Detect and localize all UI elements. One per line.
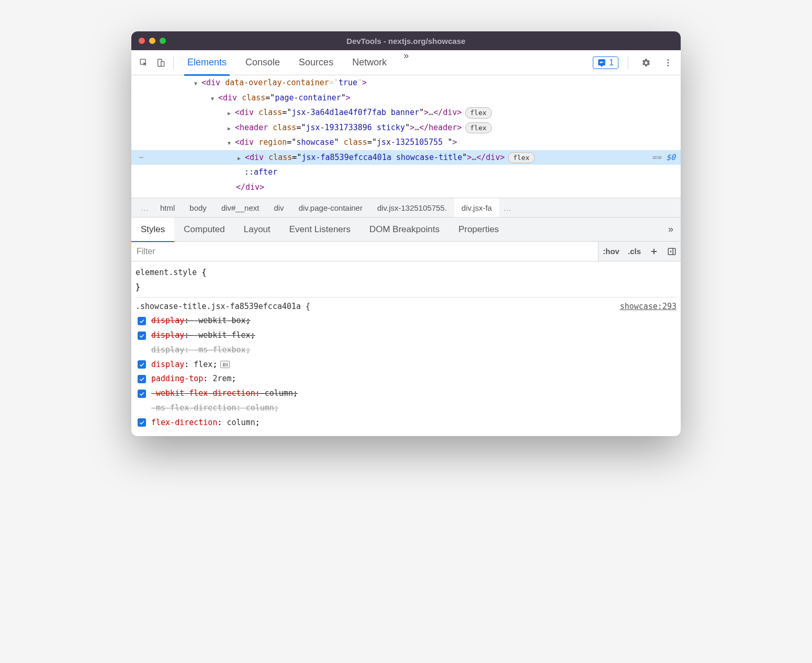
property-value[interactable]: -webkit-box [194,316,245,325]
main-tabs: Elements Console Sources Network » [178,50,416,75]
dom-node-pseudo[interactable]: ::after [131,165,681,180]
css-property[interactable]: flex-direction: column; [136,416,676,430]
new-style-rule-icon[interactable] [645,242,663,261]
property-name[interactable]: display [151,360,184,369]
flex-badge[interactable]: flex [465,107,492,119]
flex-badge[interactable]: flex [465,122,492,134]
property-name[interactable]: -webkit-flex-direction [151,388,255,398]
flex-badge[interactable]: flex [508,152,535,164]
dom-node[interactable]: <div region="showcase" class="jsx-132510… [131,135,681,150]
property-enable-checkbox[interactable] [138,390,146,398]
issues-button[interactable]: 1 [593,56,618,69]
breadcrumb-item[interactable]: div [266,198,291,217]
window-title: DevTools - nextjs.org/showcase [131,37,681,45]
css-property[interactable]: -ms-flex-direction: column; [136,401,676,416]
property-enable-checkbox[interactable] [138,332,146,340]
dom-node[interactable]: <header class="jsx-1931733896 sticky">…<… [131,120,681,135]
breadcrumb-item[interactable]: body [182,198,214,217]
issues-count: 1 [609,58,614,67]
css-property[interactable]: display: -webkit-flex; [136,328,676,343]
svg-point-5 [668,64,669,66]
dom-node[interactable]: <div class="page-container"> [131,90,681,106]
subtab-layout[interactable]: Layout [234,218,280,242]
breadcrumb-item[interactable]: html [153,198,182,217]
style-rule-element-style[interactable]: element.style { } [136,266,676,295]
styles-filter-input[interactable] [131,247,598,256]
dom-node[interactable]: <div class="jsx-3a64d1ae4f0f7fab banner"… [131,105,681,120]
console-reference: == $0 [644,150,675,165]
subtab-event-listeners[interactable]: Event Listeners [280,218,360,242]
property-value[interactable]: flex [194,360,212,369]
property-value[interactable]: column [265,388,293,398]
property-name[interactable]: display [151,330,184,340]
css-property[interactable]: display: -webkit-box; [136,314,676,328]
main-toolbar: Elements Console Sources Network » 1 [131,50,681,75]
property-name[interactable]: flex-direction [151,418,217,427]
property-enable-checkbox[interactable] [138,375,146,383]
breadcrumb-overflow-left[interactable]: … [137,203,153,212]
devtools-window: DevTools - nextjs.org/showcase Elements … [131,31,681,436]
source-link[interactable]: showcase:293 [620,300,676,314]
property-value[interactable]: 2rem [212,374,231,383]
subtabs-overflow[interactable]: » [661,224,681,235]
dom-node-close[interactable]: </div> [131,180,681,195]
subtab-properties[interactable]: Properties [449,218,508,242]
tab-network[interactable]: Network [343,50,396,75]
separator [173,56,174,70]
styles-filter-row: :hov .cls [131,242,681,261]
titlebar[interactable]: DevTools - nextjs.org/showcase [131,31,681,50]
cls-toggle[interactable]: .cls [624,242,645,261]
tab-elements[interactable]: Elements [178,50,236,75]
device-toolbar-icon[interactable] [152,54,169,71]
css-property[interactable]: -webkit-flex-direction: column; [136,386,676,401]
subtab-computed[interactable]: Computed [174,218,234,242]
property-name[interactable]: display [151,345,184,355]
style-rule-showcase-title[interactable]: showcase:293 .showcase-title.jsx-fa8539e… [136,297,676,430]
tabs-overflow[interactable]: » [396,50,416,75]
breadcrumb-item[interactable]: div.page-container [291,198,370,217]
subtab-styles[interactable]: Styles [131,218,174,242]
property-name[interactable]: padding-top [151,374,203,383]
styles-panel[interactable]: element.style { } showcase:293 .showcase… [131,261,681,436]
tab-console[interactable]: Console [236,50,289,75]
css-property[interactable]: padding-top: 2rem; [136,372,676,386]
property-name[interactable]: display [151,316,184,325]
breadcrumb-item-active[interactable]: div.jsx-fa [454,198,499,217]
property-value[interactable]: column [227,418,255,427]
svg-rect-2 [161,61,164,66]
dom-node[interactable]: <div data-overlay-container="true"> [131,75,681,90]
separator [628,56,628,70]
inspect-element-icon[interactable] [136,54,152,71]
subtab-dom-breakpoints[interactable]: DOM Breakpoints [360,218,449,242]
property-value[interactable]: -webkit-flex [194,330,250,340]
property-enable-checkbox[interactable] [138,317,146,325]
elements-panel[interactable]: <div data-overlay-container="true"> <div… [131,75,681,198]
flexbox-editor-icon[interactable] [220,361,230,368]
property-value[interactable]: -ms-flexbox [194,345,245,355]
dom-node-selected[interactable]: ⋯ <div class="jsx-fa8539efcca401a showca… [131,150,681,165]
tab-sources[interactable]: Sources [289,50,343,75]
dom-breadcrumb[interactable]: … html body div#__next div div.page-cont… [131,198,681,218]
svg-point-3 [668,59,669,61]
rule-selector[interactable]: .showcase-title.jsx-fa8539efcca401a { [136,302,310,311]
breadcrumb-overflow-right[interactable]: … [499,203,515,212]
hov-toggle[interactable]: :hov [599,242,624,261]
css-property[interactable]: display: flex; [136,358,676,372]
sub-tabs: Styles Computed Layout Event Listeners D… [131,218,681,242]
property-name[interactable]: -ms-flex-direction [151,403,236,413]
property-enable-checkbox[interactable] [138,418,146,427]
node-actions-ellipsis[interactable]: ⋯ [137,150,146,165]
computed-sidebar-toggle-icon[interactable] [663,242,681,261]
settings-gear-icon[interactable] [638,54,655,71]
property-value[interactable]: column [246,403,274,413]
breadcrumb-item[interactable]: div.jsx-1325105755. [370,198,454,217]
svg-point-4 [668,62,669,63]
property-enable-checkbox[interactable] [138,360,146,369]
breadcrumb-item[interactable]: div#__next [214,198,267,217]
kebab-menu-icon[interactable] [660,54,676,71]
css-property[interactable]: display: -ms-flexbox; [136,343,676,358]
